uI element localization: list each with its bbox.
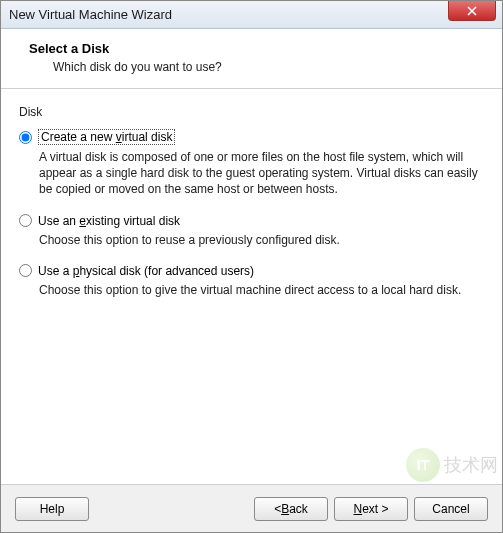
close-button[interactable] bbox=[448, 1, 496, 21]
option-create-new: Create a new virtual disk A virtual disk… bbox=[19, 129, 484, 198]
help-button[interactable]: Help bbox=[15, 497, 89, 521]
radio-existing[interactable] bbox=[19, 214, 32, 227]
back-button[interactable]: < Back bbox=[254, 497, 328, 521]
titlebar: New Virtual Machine Wizard bbox=[1, 1, 502, 29]
next-button[interactable]: Next > bbox=[334, 497, 408, 521]
option-row[interactable]: Use a physical disk (for advanced users) bbox=[19, 264, 484, 278]
option-label: Use a physical disk (for advanced users) bbox=[38, 264, 254, 278]
option-desc: Choose this option to give the virtual m… bbox=[39, 282, 484, 298]
radio-physical[interactable] bbox=[19, 264, 32, 277]
option-desc: A virtual disk is composed of one or mor… bbox=[39, 149, 484, 198]
group-label: Disk bbox=[19, 105, 484, 119]
option-existing: Use an existing virtual disk Choose this… bbox=[19, 214, 484, 248]
page-subtitle: Which disk do you want to use? bbox=[29, 60, 484, 74]
cancel-button[interactable]: Cancel bbox=[414, 497, 488, 521]
option-row[interactable]: Create a new virtual disk bbox=[19, 129, 484, 145]
wizard-window: New Virtual Machine Wizard Select a Disk… bbox=[0, 0, 503, 533]
close-icon bbox=[467, 6, 477, 16]
radio-create-new[interactable] bbox=[19, 131, 32, 144]
option-label: Create a new virtual disk bbox=[38, 129, 175, 145]
option-row[interactable]: Use an existing virtual disk bbox=[19, 214, 484, 228]
page-title: Select a Disk bbox=[29, 41, 484, 56]
window-title: New Virtual Machine Wizard bbox=[9, 7, 172, 22]
option-label: Use an existing virtual disk bbox=[38, 214, 180, 228]
footer: Help < Back Next > Cancel bbox=[1, 484, 502, 532]
content-area: Disk Create a new virtual disk A virtual… bbox=[1, 89, 502, 484]
wizard-header: Select a Disk Which disk do you want to … bbox=[1, 29, 502, 89]
option-physical: Use a physical disk (for advanced users)… bbox=[19, 264, 484, 298]
option-desc: Choose this option to reuse a previously… bbox=[39, 232, 484, 248]
